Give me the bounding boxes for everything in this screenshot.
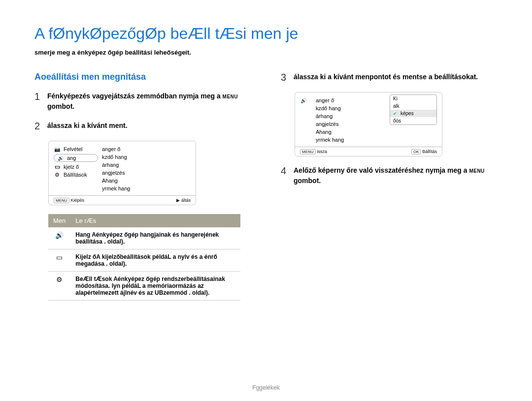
submenu-item: kzdő hang xyxy=(316,104,388,112)
menu-label: MENU xyxy=(469,168,484,174)
row-desc: Kijelz őA kijelzőbeállítások példáL a ny… xyxy=(70,249,240,272)
camera-icon xyxy=(54,146,61,152)
submenu-item: Ahang xyxy=(316,128,388,136)
sound-icon xyxy=(300,97,307,103)
step-num: 2 xyxy=(34,121,42,132)
menu-button-label: MENU xyxy=(54,198,69,203)
camera-screen-2: anger őkzdő hangárhangangjelzésAhangyrme… xyxy=(295,92,442,156)
gear-icon xyxy=(54,172,61,178)
table-row: ⚙BeÆll tÆsok Aénkyépez őgép rendszerbeál… xyxy=(48,272,240,301)
submenu-item: Ahang xyxy=(102,177,191,185)
submenu-item: kzdő hang xyxy=(102,153,191,161)
ok-button-label: OK xyxy=(411,149,421,154)
submenu-item: yrmek hang xyxy=(102,185,191,192)
page-footer: Fggelékek xyxy=(0,384,532,391)
step-text: álassza ki a kívánt ment. xyxy=(47,121,128,132)
step-2: 2 álassza ki a kívánt ment. xyxy=(34,121,251,132)
step-num: 1 xyxy=(34,91,42,112)
table-row: 🔊Hang Aénkyépez őgép hangjainak és hange… xyxy=(48,227,240,249)
popup-option: Ki xyxy=(390,95,436,102)
step-text: Aelőző képerny őre való visszatéréshez n… xyxy=(294,165,498,186)
options-popup: Kialkképesőós xyxy=(390,94,437,125)
row-icon: ▭ xyxy=(48,249,70,272)
step-text: Fénkyépezés vagyejátszás zemmódban nymja… xyxy=(47,91,251,112)
row-desc: BeÆll tÆsok Aénkyépez őgép rendszerbeáll… xyxy=(70,272,240,301)
menu-item: kjelz ő xyxy=(54,163,98,171)
menu-item: Felvétel xyxy=(54,145,98,153)
menu-item: Bállítások xyxy=(54,171,98,179)
section-heading: Aoeállítási men megnitása xyxy=(34,72,251,82)
step-num: 3 xyxy=(281,72,289,83)
submenu-item: angjelzés xyxy=(316,120,388,128)
submenu-item: angjelzés xyxy=(102,169,191,177)
th-desc: Le rÆs xyxy=(70,214,240,227)
step-text: álassza ki a kívánt menpontot és mentse … xyxy=(294,72,478,83)
row-icon: 🔊 xyxy=(48,227,70,249)
popup-option: őós xyxy=(390,117,436,124)
step-1: 1 Fénkyépezés vagyejátszás zemmódban nym… xyxy=(34,91,251,112)
submenu-item: árhang xyxy=(102,161,191,169)
right-column: 3 álassza ki a kívánt menpontot és ments… xyxy=(281,72,498,301)
sound-icon xyxy=(57,155,64,161)
left-column: Aoeállítási men megnitása 1 Fénkyépezés … xyxy=(34,72,251,301)
submenu-item: yrmek hang xyxy=(316,136,388,144)
step-3: 3 álassza ki a kívánt menpontot és ments… xyxy=(281,72,498,83)
submenu-item: anger ő xyxy=(316,96,388,104)
table-row: ▭Kijelz őA kijelzőbeállítások példáL a n… xyxy=(48,249,240,272)
row-desc: Hang Aénkyépez őgép hangjainak és hanger… xyxy=(70,227,240,249)
menu-item: ang xyxy=(54,154,98,162)
th-menu: Men xyxy=(48,214,70,227)
step-4: 4 Aelőző képerny őre való visszatéréshez… xyxy=(281,165,498,186)
page-subtitle: smerje meg a énkyépez őgép beállítási le… xyxy=(34,49,498,56)
popup-option: alk xyxy=(390,102,436,110)
menu-button-label: MENU xyxy=(300,149,316,154)
menu-table: Men Le rÆs 🔊Hang Aénkyépez őgép hangjain… xyxy=(48,214,240,301)
camera-screen-1: Felvételangkjelz őBállítások anger őkzdő… xyxy=(48,141,196,205)
submenu-item: anger ő xyxy=(102,145,191,153)
popup-option: képes xyxy=(390,110,436,117)
display-icon xyxy=(54,164,61,170)
step-num: 4 xyxy=(281,165,289,186)
row-icon: ⚙ xyxy=(48,272,70,301)
submenu-item: árhang xyxy=(316,112,388,120)
menu-label: MENU xyxy=(223,94,238,99)
page-title: A fØnykØpezőgØp beÆll tÆsi men je xyxy=(34,25,498,43)
